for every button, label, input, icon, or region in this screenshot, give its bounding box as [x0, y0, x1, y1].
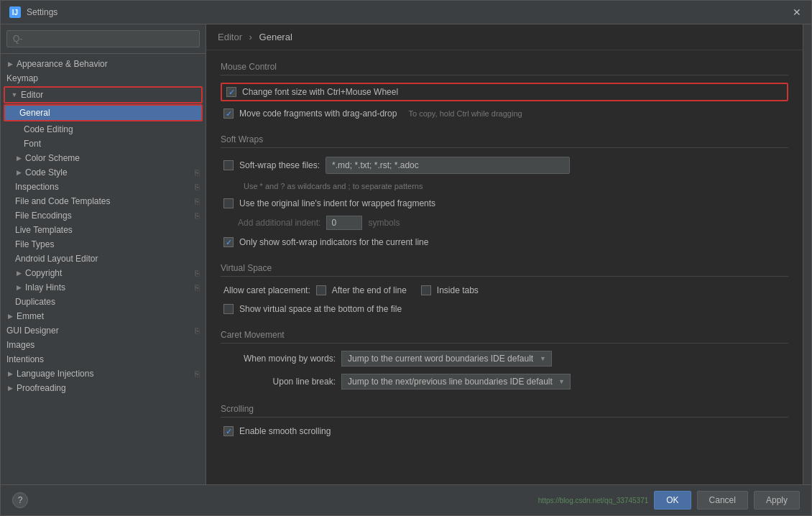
original-indent-label: Use the original line's indent for wrapp… [239, 198, 435, 208]
move-code-fragments-checkbox[interactable] [223, 109, 234, 119]
cancel-button[interactable]: Cancel [697, 491, 748, 510]
scrolling-title: Scrolling [221, 404, 788, 418]
after-end-of-line-label: After the end of line [332, 285, 407, 295]
sidebar-item-proofreading[interactable]: Proofreading [1, 381, 206, 395]
arrow-icon [6, 313, 14, 320]
soft-wrap-files-checkbox[interactable] [223, 160, 234, 170]
show-virtual-space-checkbox[interactable] [223, 304, 234, 314]
soft-wraps-title: Soft Wraps [221, 134, 788, 148]
add-indent-input[interactable] [326, 216, 362, 230]
sidebar-item-font[interactable]: Font [1, 137, 206, 151]
sidebar-item-live-templates[interactable]: Live Templates [1, 223, 206, 237]
allow-caret-row: Allow caret placement: After the end of … [221, 284, 788, 297]
breadcrumb-parent: Editor [218, 32, 242, 42]
change-font-size-label: Change font size with Ctrl+Mouse Wheel [242, 87, 398, 97]
sidebar-item-label: Live Templates [15, 225, 73, 235]
original-indent-checkbox[interactable] [223, 198, 234, 208]
change-font-size-checkbox[interactable] [226, 87, 236, 97]
arrow-icon [6, 60, 14, 68]
sidebar-item-label: Duplicates [15, 297, 55, 307]
moving-by-words-dropdown[interactable]: Jump to the current word boundaries IDE … [341, 351, 552, 367]
sidebar-item-appearance[interactable]: Appearance & Behavior [1, 57, 206, 71]
sidebar-item-general[interactable]: General [5, 106, 201, 120]
sidebar-item-label: Images [6, 340, 34, 350]
sidebar-item-label: Intentions [6, 354, 44, 364]
sidebar-item-file-types[interactable]: File Types [1, 237, 206, 252]
search-box [1, 24, 206, 54]
sidebar-item-label: File and Code Templates [15, 196, 111, 206]
copy-icon: ⎘ [195, 283, 200, 292]
show-virtual-space-row: Show virtual space at the bottom of the … [221, 303, 788, 315]
sidebar-item-label: Editor [21, 90, 43, 100]
move-code-fragments-label: Move code fragments with drag-and-drop [239, 109, 397, 119]
inside-tabs-label: Inside tabs [437, 285, 479, 295]
close-button[interactable]: ✕ [791, 6, 803, 18]
sidebar-item-label: File Types [15, 239, 54, 249]
sidebar-item-label: General [19, 108, 50, 118]
sidebar-item-file-code-templates[interactable]: File and Code Templates ⎘ [1, 194, 206, 208]
sidebar-item-label: GUI Designer [6, 326, 59, 336]
sidebar-item-file-encodings[interactable]: File Encodings ⎘ [1, 208, 206, 223]
sidebar-item-emmet[interactable]: Emmet [1, 309, 206, 323]
add-indent-row: Add additional indent: symbols [221, 216, 788, 230]
arrow-icon [6, 370, 14, 377]
search-input[interactable] [6, 30, 200, 47]
bottom-bar: ? https://blog.csdn.net/qq_33745371 OK C… [1, 484, 811, 515]
sidebar-item-inspections[interactable]: Inspections ⎘ [1, 180, 206, 194]
inside-tabs-checkbox[interactable] [421, 285, 431, 295]
moving-by-words-label: When moving by words: [221, 354, 336, 364]
sidebar-item-duplicates[interactable]: Duplicates [1, 295, 206, 309]
apply-button[interactable]: Apply [754, 491, 800, 510]
sidebar-item-code-editing[interactable]: Code Editing [1, 122, 206, 137]
sidebar-item-label: Android Layout Editor [15, 254, 98, 264]
sidebar-item-label: Inspections [15, 182, 59, 192]
sidebar-item-keymap[interactable]: Keymap [1, 71, 206, 86]
sidebar-item-code-style[interactable]: Code Style ⎘ [1, 165, 206, 180]
show-virtual-space-label: Show virtual space at the bottom of the … [239, 304, 402, 314]
arrow-icon [15, 284, 22, 291]
show-indicators-checkbox[interactable] [223, 237, 234, 247]
sidebar-item-label: File Encodings [15, 211, 72, 221]
arrow-icon [6, 384, 14, 392]
copy-icon: ⎘ [195, 183, 200, 191]
sidebar-item-images[interactable]: Images [1, 338, 206, 352]
soft-wraps-section: Soft Wraps Soft-wrap these files: Use * … [221, 134, 788, 249]
soft-wrap-files-row: Soft-wrap these files: [221, 155, 788, 175]
caret-movement-title: Caret Movement [221, 330, 788, 344]
sidebar-item-color-scheme[interactable]: Color Scheme [1, 151, 206, 165]
sidebar: Appearance & Behavior Keymap Editor [1, 24, 206, 484]
help-button[interactable]: ? [12, 492, 28, 508]
sidebar-item-intentions[interactable]: Intentions [1, 352, 206, 367]
sidebar-item-copyright[interactable]: Copyright ⎘ [1, 266, 206, 280]
arrow-icon [15, 269, 22, 277]
caret-movement-section: Caret Movement When moving by words: Jum… [221, 330, 788, 390]
add-indent-suffix: symbols [368, 218, 400, 228]
line-break-dropdown[interactable]: Jump to the next/previous line boundarie… [341, 374, 571, 390]
soft-wrap-files-input[interactable] [326, 157, 570, 174]
sidebar-item-label: Emmet [17, 311, 44, 321]
sidebar-item-language-injections[interactable]: Language Injections ⎘ [1, 367, 206, 381]
breadcrumb: Editor › General [206, 24, 803, 50]
after-end-of-line-checkbox[interactable] [316, 285, 326, 295]
settings-tree: Appearance & Behavior Keymap Editor [1, 54, 206, 484]
sidebar-item-android-layout-editor[interactable]: Android Layout Editor [1, 252, 206, 266]
allow-caret-label: Allow caret placement: [223, 285, 310, 295]
copy-icon: ⎘ [195, 211, 200, 220]
url-text: https://blog.csdn.net/qq_33745371 [538, 497, 648, 505]
sidebar-item-label: Color Scheme [25, 153, 80, 163]
sidebar-item-label: Keymap [6, 73, 38, 83]
arrow-icon [11, 91, 18, 98]
virtual-space-title: Virtual Space [221, 263, 788, 277]
sidebar-item-label: Copyright [25, 268, 62, 278]
sidebar-item-inlay-hints[interactable]: Inlay Hints ⎘ [1, 280, 206, 295]
scrollbar[interactable] [803, 24, 811, 484]
content-area: Appearance & Behavior Keymap Editor [1, 24, 811, 484]
add-indent-label: Add additional indent: [238, 218, 320, 228]
ok-button[interactable]: OK [654, 491, 691, 510]
smooth-scrolling-row: Enable smooth scrolling [221, 425, 788, 438]
smooth-scrolling-checkbox[interactable] [223, 426, 234, 436]
sidebar-item-gui-designer[interactable]: GUI Designer ⎘ [1, 323, 206, 338]
sidebar-item-editor[interactable]: Editor [5, 88, 201, 102]
breadcrumb-current: General [259, 32, 292, 42]
scrolling-section: Scrolling Enable smooth scrolling [221, 404, 788, 438]
